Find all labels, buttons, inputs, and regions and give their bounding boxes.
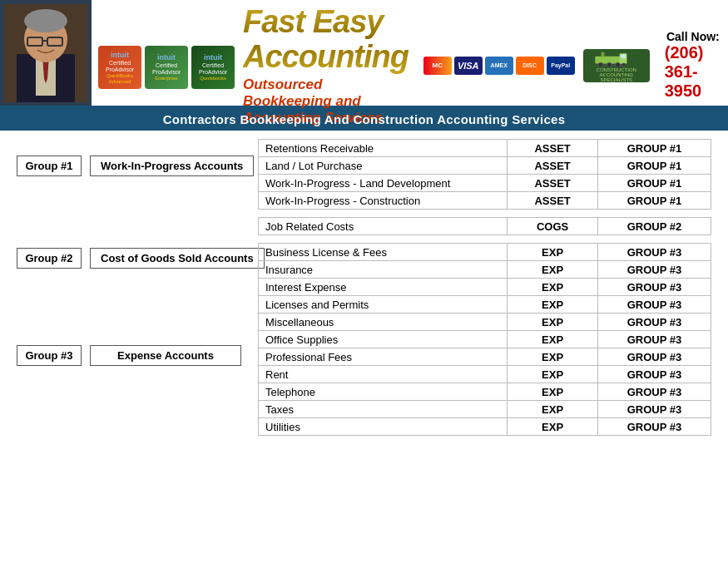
account-name: Taxes	[259, 401, 508, 418]
intuit-badge-2: intuit Certified ProAdvisor Enterprise	[145, 46, 188, 89]
account-name: Retentions Receivable	[259, 140, 508, 157]
account-type: EXP	[508, 296, 598, 314]
account-type: EXP	[508, 331, 598, 348]
account-type: EXP	[508, 244, 598, 261]
account-group: GROUP #3	[597, 261, 711, 279]
account-group: GROUP #3	[597, 331, 711, 348]
account-type: EXP	[508, 261, 598, 279]
table-row: Rent EXP GROUP #3	[259, 366, 711, 383]
intuit-badge-3: intuit Certified ProAdvisor Quickbooks	[191, 46, 235, 89]
table-row: Insurance EXP GROUP #3	[259, 261, 711, 279]
account-type: EXP	[508, 348, 598, 366]
account-group: GROUP #3	[597, 279, 711, 296]
account-group: GROUP #3	[597, 348, 711, 366]
table-row: Retentions Receivable ASSET GROUP #1	[259, 140, 711, 157]
table-row: Business License & Fees EXP GROUP #3	[259, 244, 711, 261]
account-name: Miscellaneous	[259, 314, 508, 331]
account-name: Telephone	[259, 383, 508, 401]
account-group: GROUP #1	[597, 140, 711, 157]
header-top: intuit Certified ProAdvisor QuickBooks A…	[98, 5, 721, 126]
header-photo	[0, 0, 92, 106]
payment-logos: MC VISA AMEX DISC PayPal	[423, 57, 575, 75]
account-name: Job Related Costs	[259, 218, 508, 235]
account-name: Interest Expense	[259, 279, 508, 296]
group2-info: Group #2 Cost of Goods Sold Accounts	[17, 246, 241, 270]
account-group: GROUP #3	[597, 383, 711, 401]
accounts-table-container: Retentions Receivable ASSET GROUP #1Land…	[258, 139, 711, 436]
account-name: Utilities	[259, 418, 508, 436]
account-type: EXP	[508, 314, 598, 331]
account-group: GROUP #3	[597, 366, 711, 383]
account-name: Office Supplies	[259, 331, 508, 348]
table-row: Work-In-Progress - Construction ASSET GR…	[259, 192, 711, 210]
header: intuit Certified ProAdvisor QuickBooks A…	[0, 0, 728, 108]
account-group: GROUP #1	[597, 157, 711, 175]
group3-label: Group #3	[17, 345, 82, 366]
account-type: EXP	[508, 279, 598, 296]
call-now: Call Now: (206) 361-3950	[665, 30, 721, 101]
account-name: Land / Lot Purchase	[259, 157, 508, 175]
account-group: GROUP #3	[597, 401, 711, 418]
account-name: Work-In-Progress - Land Development	[259, 175, 508, 192]
table-row: Utilities EXP GROUP #3	[259, 418, 711, 436]
svg-rect-18	[621, 54, 626, 57]
table-row: Professional Fees EXP GROUP #3	[259, 348, 711, 366]
account-type: ASSET	[508, 175, 598, 192]
account-name: Professional Fees	[259, 348, 508, 366]
intuit-badges: intuit Certified ProAdvisor QuickBooks A…	[98, 46, 235, 89]
account-name: Business License & Fees	[259, 244, 508, 261]
account-group: GROUP #3	[597, 244, 711, 261]
header-title-area: Fast Easy Accounting Outsourced Bookkeep…	[243, 5, 415, 126]
paypal-logo: PayPal	[547, 57, 575, 75]
group2-label: Group #2	[17, 248, 82, 269]
account-type: ASSET	[508, 157, 598, 175]
group3-area: Group #3 Expense Accounts	[17, 343, 241, 368]
left-groups: Group #1 Work-In-Progress Accounts Group…	[17, 139, 241, 436]
call-now-number: (206) 361-3950	[665, 43, 721, 101]
train-logo: CONSTRUCTION ACCOUNTING SPECIALISTS	[583, 49, 650, 82]
account-group: GROUP #3	[597, 296, 711, 314]
train-text: CONSTRUCTION ACCOUNTING SPECIALISTS	[583, 67, 650, 82]
discover-logo: DISC	[516, 57, 544, 75]
amex-logo: AMEX	[485, 57, 513, 75]
table-row: Interest Expense EXP GROUP #3	[259, 279, 711, 296]
group3-name: Expense Accounts	[90, 345, 241, 366]
visa-logo: VISA	[454, 57, 483, 75]
svg-point-6	[24, 9, 67, 32]
svg-rect-17	[601, 52, 604, 57]
account-group: GROUP #2	[597, 218, 711, 235]
table-row: Land / Lot Purchase ASSET GROUP #1	[259, 157, 711, 175]
call-now-label: Call Now:	[666, 30, 720, 43]
account-type: EXP	[508, 401, 598, 418]
mastercard-logo: MC	[423, 57, 452, 75]
group1-label: Group #1	[17, 156, 82, 176]
group2-name: Cost of Goods Sold Accounts	[90, 248, 265, 269]
account-group: GROUP #3	[597, 418, 711, 436]
account-type: EXP	[508, 383, 598, 401]
account-group: GROUP #3	[597, 314, 711, 331]
header-content: intuit Certified ProAdvisor QuickBooks A…	[92, 0, 728, 106]
account-group: GROUP #1	[597, 192, 711, 210]
account-type: EXP	[508, 418, 598, 436]
svg-point-16	[622, 63, 625, 67]
group1-area: Group #1 Work-In-Progress Accounts	[17, 154, 241, 178]
accounts-table: Retentions Receivable ASSET GROUP #1Land…	[258, 139, 711, 436]
account-name: Work-In-Progress - Construction	[259, 192, 508, 210]
group2-area: Group #2 Cost of Goods Sold Accounts	[17, 246, 241, 270]
account-name: Licenses and Permits	[259, 296, 508, 314]
table-row: Telephone EXP GROUP #3	[259, 383, 711, 401]
table-row: Taxes EXP GROUP #3	[259, 401, 711, 418]
account-type: EXP	[508, 366, 598, 383]
table-row: Licenses and Permits EXP GROUP #3	[259, 296, 711, 314]
table-row: Office Supplies EXP GROUP #3	[259, 331, 711, 348]
group3-info: Group #3 Expense Accounts	[17, 343, 241, 368]
account-type: ASSET	[508, 140, 598, 157]
group1-name: Work-In-Progress Accounts	[90, 156, 254, 176]
account-type: ASSET	[508, 192, 598, 210]
group1-info: Group #1 Work-In-Progress Accounts	[17, 154, 241, 178]
app-title: Fast Easy Accounting	[243, 5, 415, 75]
table-row: Work-In-Progress - Land Development ASSE…	[259, 175, 711, 192]
account-name: Rent	[259, 366, 508, 383]
content-area: Group #1 Work-In-Progress Accounts Group…	[0, 131, 728, 436]
table-row: Job Related Costs COGS GROUP #2	[259, 218, 711, 235]
